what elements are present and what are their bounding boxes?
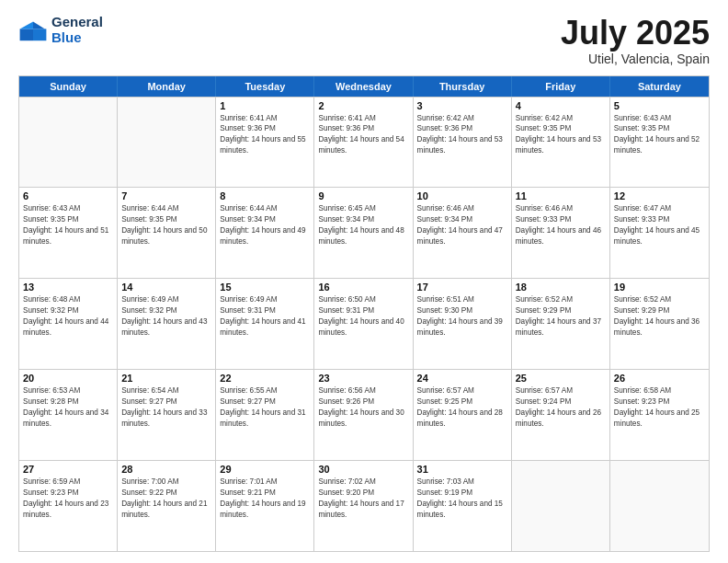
day-number: 20 <box>23 373 113 384</box>
svg-marker-1 <box>20 21 33 29</box>
sunset-text: Sunset: 9:23 PM <box>23 488 113 499</box>
cal-cell: 18Sunrise: 6:52 AMSunset: 9:29 PMDayligh… <box>512 279 610 369</box>
daylight-text: Daylight: 14 hours and 30 minutes. <box>318 408 408 430</box>
day-number: 25 <box>516 373 606 384</box>
cal-cell: 25Sunrise: 6:57 AMSunset: 9:24 PMDayligh… <box>512 370 610 460</box>
daylight-text: Daylight: 14 hours and 39 minutes. <box>417 316 507 339</box>
day-number: 6 <box>23 190 113 201</box>
daylight-text: Daylight: 14 hours and 28 minutes. <box>417 408 507 430</box>
sunset-text: Sunset: 9:35 PM <box>516 123 606 134</box>
cal-cell: 23Sunrise: 6:56 AMSunset: 9:26 PMDayligh… <box>314 370 413 460</box>
location: Utiel, Valencia, Spain <box>561 52 710 66</box>
daylight-text: Daylight: 14 hours and 44 minutes. <box>23 316 113 339</box>
calendar: SundayMondayTuesdayWednesdayThursdayFrid… <box>18 75 710 552</box>
sunrise-text: Sunrise: 6:50 AM <box>318 294 408 305</box>
sunrise-text: Sunrise: 6:51 AM <box>417 294 507 305</box>
sunrise-text: Sunrise: 6:49 AM <box>220 294 310 305</box>
sunrise-text: Sunrise: 7:02 AM <box>318 477 408 488</box>
day-number: 19 <box>614 282 705 293</box>
cal-cell: 7Sunrise: 6:44 AMSunset: 9:35 PMDaylight… <box>118 188 216 278</box>
cal-cell: 29Sunrise: 7:01 AMSunset: 9:21 PMDayligh… <box>216 461 314 551</box>
logo: General Blue <box>18 15 103 45</box>
day-number: 15 <box>220 282 310 293</box>
cal-week-4: 27Sunrise: 6:59 AMSunset: 9:23 PMDayligh… <box>19 460 709 551</box>
calendar-body: 1Sunrise: 6:41 AMSunset: 9:36 PMDaylight… <box>19 97 709 551</box>
sunset-text: Sunset: 9:30 PM <box>417 305 507 316</box>
cal-week-1: 6Sunrise: 6:43 AMSunset: 9:35 PMDaylight… <box>19 187 709 278</box>
sunrise-text: Sunrise: 6:47 AM <box>614 203 705 214</box>
sunset-text: Sunset: 9:19 PM <box>417 488 507 499</box>
daylight-text: Daylight: 14 hours and 37 minutes. <box>516 316 606 339</box>
sunset-text: Sunset: 9:26 PM <box>318 396 408 408</box>
cal-cell: 16Sunrise: 6:50 AMSunset: 9:31 PMDayligh… <box>314 279 413 369</box>
day-number: 12 <box>614 190 705 201</box>
day-number: 18 <box>516 282 606 293</box>
svg-marker-2 <box>33 21 45 29</box>
sunset-text: Sunset: 9:29 PM <box>614 305 705 316</box>
daylight-text: Daylight: 14 hours and 49 minutes. <box>220 225 310 247</box>
sunset-text: Sunset: 9:22 PM <box>121 488 211 499</box>
weekday-header-tuesday: Tuesday <box>216 76 314 97</box>
daylight-text: Daylight: 14 hours and 52 minutes. <box>614 134 705 156</box>
daylight-text: Daylight: 14 hours and 43 minutes. <box>121 316 211 339</box>
weekday-header-thursday: Thursday <box>414 76 512 97</box>
cal-cell: 19Sunrise: 6:52 AMSunset: 9:29 PMDayligh… <box>610 279 709 369</box>
svg-rect-3 <box>33 29 46 40</box>
daylight-text: Daylight: 14 hours and 36 minutes. <box>614 316 705 339</box>
cal-cell: 14Sunrise: 6:49 AMSunset: 9:32 PMDayligh… <box>118 279 216 369</box>
day-number: 30 <box>318 464 408 475</box>
sunset-text: Sunset: 9:27 PM <box>121 396 211 408</box>
sunrise-text: Sunrise: 6:42 AM <box>516 113 606 124</box>
sunrise-text: Sunrise: 6:54 AM <box>121 385 211 396</box>
cal-cell: 30Sunrise: 7:02 AMSunset: 9:20 PMDayligh… <box>314 461 413 551</box>
daylight-text: Daylight: 14 hours and 21 minutes. <box>121 499 211 521</box>
weekday-header-friday: Friday <box>512 76 610 97</box>
day-number: 4 <box>516 100 606 111</box>
sunrise-text: Sunrise: 6:53 AM <box>23 385 113 396</box>
day-number: 27 <box>23 464 113 475</box>
cal-cell: 24Sunrise: 6:57 AMSunset: 9:25 PMDayligh… <box>414 370 512 460</box>
cal-week-2: 13Sunrise: 6:48 AMSunset: 9:32 PMDayligh… <box>19 278 709 369</box>
sunrise-text: Sunrise: 6:57 AM <box>417 385 507 396</box>
cal-cell: 6Sunrise: 6:43 AMSunset: 9:35 PMDaylight… <box>19 188 118 278</box>
cal-cell <box>610 461 709 551</box>
day-number: 9 <box>318 190 408 201</box>
sunset-text: Sunset: 9:31 PM <box>318 305 408 316</box>
cal-cell: 13Sunrise: 6:48 AMSunset: 9:32 PMDayligh… <box>19 279 118 369</box>
sunrise-text: Sunrise: 6:49 AM <box>121 294 211 305</box>
sunrise-text: Sunrise: 6:52 AM <box>516 294 606 305</box>
day-number: 7 <box>121 190 211 201</box>
logo-icon <box>18 17 48 43</box>
sunset-text: Sunset: 9:24 PM <box>516 396 606 408</box>
day-number: 22 <box>220 373 310 384</box>
sunrise-text: Sunrise: 6:44 AM <box>121 203 211 214</box>
sunset-text: Sunset: 9:33 PM <box>516 214 606 225</box>
sunrise-text: Sunrise: 6:43 AM <box>23 203 113 214</box>
daylight-text: Daylight: 14 hours and 50 minutes. <box>121 225 211 247</box>
day-number: 21 <box>121 373 211 384</box>
cal-cell: 21Sunrise: 6:54 AMSunset: 9:27 PMDayligh… <box>118 370 216 460</box>
daylight-text: Daylight: 14 hours and 17 minutes. <box>318 499 408 521</box>
sunrise-text: Sunrise: 6:41 AM <box>220 113 310 124</box>
cal-cell <box>512 461 610 551</box>
day-number: 24 <box>417 373 507 384</box>
sunset-text: Sunset: 9:34 PM <box>417 214 507 225</box>
month-title: July 2025 <box>561 15 710 52</box>
sunset-text: Sunset: 9:34 PM <box>220 214 310 225</box>
sunset-text: Sunset: 9:34 PM <box>318 214 408 225</box>
daylight-text: Daylight: 14 hours and 25 minutes. <box>614 408 705 430</box>
sunset-text: Sunset: 9:32 PM <box>23 305 113 316</box>
daylight-text: Daylight: 14 hours and 33 minutes. <box>121 408 211 430</box>
sunset-text: Sunset: 9:33 PM <box>614 214 705 225</box>
day-number: 23 <box>318 373 408 384</box>
cal-cell: 4Sunrise: 6:42 AMSunset: 9:35 PMDaylight… <box>512 98 610 188</box>
sunrise-text: Sunrise: 7:01 AM <box>220 477 310 488</box>
weekday-header-wednesday: Wednesday <box>314 76 413 97</box>
daylight-text: Daylight: 14 hours and 55 minutes. <box>220 134 310 156</box>
title-block: July 2025 Utiel, Valencia, Spain <box>561 15 710 66</box>
sunset-text: Sunset: 9:27 PM <box>220 396 310 408</box>
day-number: 29 <box>220 464 310 475</box>
day-number: 8 <box>220 190 310 201</box>
sunrise-text: Sunrise: 6:48 AM <box>23 294 113 305</box>
sunrise-text: Sunrise: 6:52 AM <box>614 294 705 305</box>
